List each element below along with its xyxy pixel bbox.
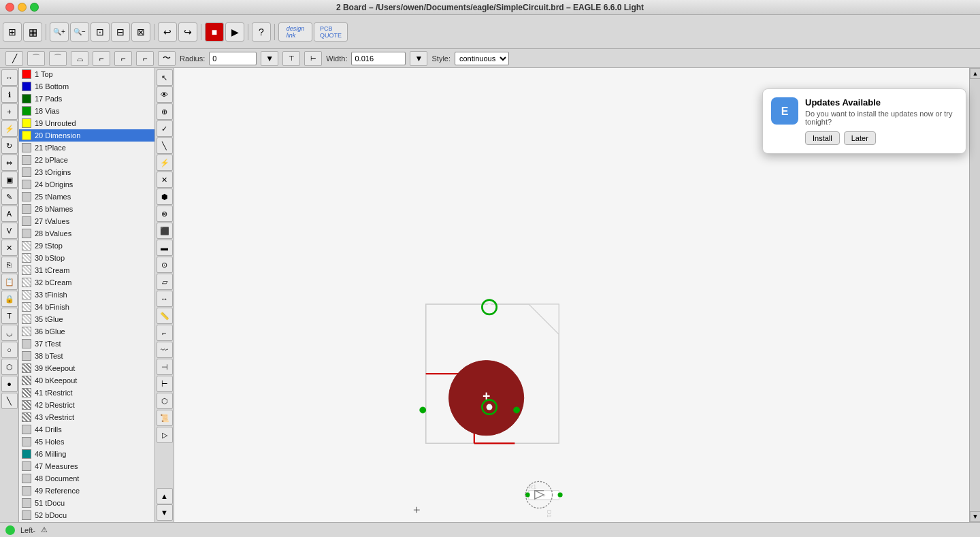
scrollbar-right[interactable]: ▲ ▼ (969, 68, 980, 522)
zoom-area-button[interactable]: ⊟ (111, 22, 130, 42)
layer-34[interactable]: 34 bFinish (19, 301, 154, 313)
wire-freehand-btn[interactable]: 〜 (158, 51, 176, 66)
style-select[interactable]: continuous longdash shortdash dashdot (455, 52, 509, 65)
tool-select[interactable]: ↖ (157, 69, 173, 86)
layer-1-top[interactable]: 1 Top (19, 68, 154, 80)
wire-arc-btn[interactable]: ⌓ (71, 51, 88, 66)
zoom-prev-button[interactable]: ⊠ (131, 22, 150, 42)
undo-button[interactable]: ↩ (158, 22, 177, 42)
tool-miter[interactable]: ⌐ (157, 325, 173, 341)
tool-poly[interactable]: ⬡ (1, 359, 18, 375)
grid-button[interactable]: ⊞ (3, 22, 22, 42)
layer-28[interactable]: 28 bValues (19, 227, 154, 240)
tool-arc[interactable]: ◡ (1, 325, 18, 341)
later-button[interactable]: Later (844, 131, 876, 145)
tool-thermal[interactable]: ⊗ (157, 206, 173, 222)
wire-curve-btn[interactable]: ⌒ (27, 51, 45, 66)
layer-35[interactable]: 35 tGlue (19, 313, 154, 325)
tool-autoroute[interactable]: ⚡ (157, 154, 173, 171)
canvas-area[interactable]: + + R1 (174, 68, 980, 522)
tool-add[interactable]: + (1, 103, 18, 120)
design-link-button[interactable]: designlink (278, 22, 312, 42)
tool-measures[interactable]: 📏 (157, 308, 173, 324)
tool-merge[interactable]: ⊢ (157, 376, 173, 392)
maximize-button[interactable] (30, 3, 39, 12)
layer-49[interactable]: 49 Reference (19, 485, 154, 497)
tool-value[interactable]: V (1, 223, 18, 239)
tool-ratsnest[interactable]: ⊕ (157, 103, 173, 120)
layer-37[interactable]: 37 tTest (19, 338, 154, 350)
help-button[interactable]: ? (252, 22, 271, 42)
tool-script[interactable]: 📜 (157, 410, 173, 426)
tool-ripup[interactable]: ✕ (157, 172, 173, 188)
scroll-down-arrow[interactable]: ▼ (970, 511, 980, 522)
layer-51[interactable]: 51 tDocu (19, 497, 154, 509)
tool-lock[interactable]: 🔒 (1, 291, 18, 307)
zoom-out-button[interactable]: 🔍− (70, 22, 89, 42)
wire-corner2-btn[interactable]: ⌐ (114, 51, 132, 66)
run-button[interactable]: ▶ (225, 22, 244, 42)
tool-drc[interactable]: ✓ (157, 120, 173, 137)
junction-btn2[interactable]: ⊢ (304, 51, 322, 66)
tool-name[interactable]: A (1, 206, 18, 222)
tool-cam[interactable]: ⬡ (157, 393, 173, 409)
layer-18[interactable]: 18 Vias (19, 105, 154, 117)
layer-45[interactable]: 45 Holes (19, 436, 154, 448)
tool-route-air[interactable]: ╲ (157, 137, 173, 154)
wire-curve2-btn[interactable]: ⌒ (49, 51, 67, 66)
layer-36[interactable]: 36 bGlue (19, 325, 154, 338)
tool-via[interactable]: ● (1, 376, 18, 392)
tool-mirror[interactable]: ⇔ (1, 154, 18, 171)
layer-20[interactable]: 20 Dimension (19, 129, 154, 142)
tool-delete[interactable]: ✕ (1, 240, 18, 256)
tool-rotate[interactable]: ↻ (1, 137, 18, 154)
minimize-button[interactable] (18, 3, 27, 12)
layer-29[interactable]: 29 tStop (19, 240, 154, 252)
pcb-quote-button[interactable]: PCBQUOTE (314, 22, 348, 42)
layer-button[interactable]: ▦ (23, 22, 42, 42)
layer-30[interactable]: 30 bStop (19, 252, 154, 264)
width-dropdown-btn[interactable]: ▼ (410, 51, 427, 66)
tool-optimize[interactable]: ⬢ (157, 189, 173, 205)
layer-16[interactable]: 16 Bottom (19, 80, 154, 93)
tool-copy[interactable]: ⎘ (1, 257, 18, 273)
install-button[interactable]: Install (805, 131, 840, 145)
wire-corner3-btn[interactable]: ⌐ (136, 51, 154, 66)
tool-signal[interactable]: 〰 (157, 342, 173, 358)
layer-27[interactable]: 27 tValues (19, 215, 154, 227)
layer-38[interactable]: 38 bTest (19, 350, 154, 362)
tool-paste[interactable]: 📋 (1, 274, 18, 290)
tool-smd[interactable]: ▬ (157, 240, 173, 256)
tool-polygon[interactable]: ▱ (157, 274, 173, 290)
layer-41[interactable]: 41 tRestrict (19, 387, 154, 399)
tool-run-ulp[interactable]: ▷ (157, 427, 173, 443)
wire-corner-btn[interactable]: ⌐ (93, 51, 110, 66)
tool-info[interactable]: ℹ (1, 86, 18, 103)
width-input[interactable] (351, 52, 406, 65)
radius-dropdown-btn[interactable]: ▼ (261, 51, 278, 66)
layer-40[interactable]: 40 bKeepout (19, 374, 154, 387)
tool-smash[interactable]: ⚡ (1, 120, 18, 137)
stop-button[interactable]: ■ (205, 22, 224, 42)
close-button[interactable] (5, 3, 14, 12)
layer-44[interactable]: 44 Drills (19, 423, 154, 436)
tool-move[interactable]: ↔ (1, 69, 18, 86)
layer-22[interactable]: 22 bPlace (19, 154, 154, 166)
layer-48[interactable]: 48 Document (19, 472, 154, 485)
layer-26[interactable]: 26 bNames (19, 203, 154, 215)
layer-25[interactable]: 25 tNames (19, 191, 154, 203)
tool-hole[interactable]: ⊙ (157, 257, 173, 273)
tool-view-eye[interactable]: 👁 (157, 86, 173, 103)
layer-24[interactable]: 24 bOrigins (19, 178, 154, 191)
radius-input[interactable] (209, 52, 257, 65)
layer-46[interactable]: 46 Milling (19, 448, 154, 460)
junction-btn1[interactable]: ⊤ (282, 51, 300, 66)
redo-button[interactable]: ↪ (178, 22, 197, 42)
layer-47[interactable]: 47 Measures (19, 460, 154, 472)
layer-21[interactable]: 21 tPlace (19, 142, 154, 154)
tool-text[interactable]: T (1, 308, 18, 324)
layer-32[interactable]: 32 bCream (19, 276, 154, 289)
tool-split[interactable]: ⊣ (157, 359, 173, 375)
layer-43[interactable]: 43 vRestrict (19, 411, 154, 423)
scroll-up-arrow[interactable]: ▲ (970, 68, 980, 79)
